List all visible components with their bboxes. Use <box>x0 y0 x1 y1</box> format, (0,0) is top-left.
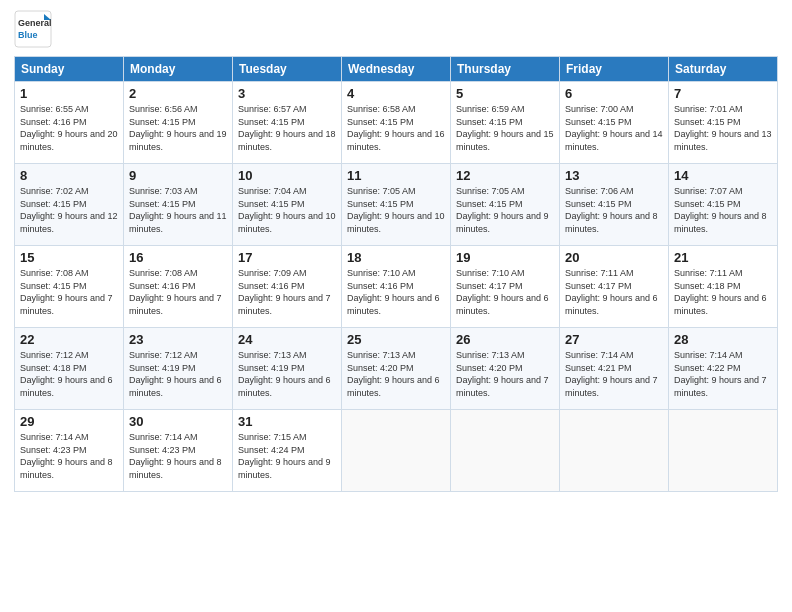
weekday-header-row: SundayMondayTuesdayWednesdayThursdayFrid… <box>15 57 778 82</box>
day-info: Sunrise: 7:14 AMSunset: 4:23 PMDaylight:… <box>20 431 118 481</box>
weekday-header-friday: Friday <box>560 57 669 82</box>
day-number: 2 <box>129 86 227 101</box>
day-info: Sunrise: 7:13 AMSunset: 4:20 PMDaylight:… <box>347 349 445 399</box>
page-container: General Blue SundayMondayTuesdayWednesda… <box>0 0 792 612</box>
calendar-cell: 25Sunrise: 7:13 AMSunset: 4:20 PMDayligh… <box>342 328 451 410</box>
day-info: Sunrise: 7:12 AMSunset: 4:19 PMDaylight:… <box>129 349 227 399</box>
day-info: Sunrise: 7:14 AMSunset: 4:22 PMDaylight:… <box>674 349 772 399</box>
day-number: 29 <box>20 414 118 429</box>
day-number: 14 <box>674 168 772 183</box>
day-info: Sunrise: 6:58 AMSunset: 4:15 PMDaylight:… <box>347 103 445 153</box>
day-number: 16 <box>129 250 227 265</box>
day-info: Sunrise: 7:14 AMSunset: 4:23 PMDaylight:… <box>129 431 227 481</box>
day-info: Sunrise: 6:55 AMSunset: 4:16 PMDaylight:… <box>20 103 118 153</box>
calendar-week-3: 15Sunrise: 7:08 AMSunset: 4:15 PMDayligh… <box>15 246 778 328</box>
day-info: Sunrise: 7:13 AMSunset: 4:20 PMDaylight:… <box>456 349 554 399</box>
day-info: Sunrise: 6:57 AMSunset: 4:15 PMDaylight:… <box>238 103 336 153</box>
day-info: Sunrise: 7:11 AMSunset: 4:17 PMDaylight:… <box>565 267 663 317</box>
day-number: 13 <box>565 168 663 183</box>
day-number: 1 <box>20 86 118 101</box>
day-info: Sunrise: 7:07 AMSunset: 4:15 PMDaylight:… <box>674 185 772 235</box>
calendar-cell: 26Sunrise: 7:13 AMSunset: 4:20 PMDayligh… <box>451 328 560 410</box>
calendar-cell: 13Sunrise: 7:06 AMSunset: 4:15 PMDayligh… <box>560 164 669 246</box>
day-number: 25 <box>347 332 445 347</box>
calendar-cell: 19Sunrise: 7:10 AMSunset: 4:17 PMDayligh… <box>451 246 560 328</box>
day-info: Sunrise: 7:10 AMSunset: 4:16 PMDaylight:… <box>347 267 445 317</box>
calendar-cell: 30Sunrise: 7:14 AMSunset: 4:23 PMDayligh… <box>124 410 233 492</box>
calendar-cell: 31Sunrise: 7:15 AMSunset: 4:24 PMDayligh… <box>233 410 342 492</box>
calendar-cell: 29Sunrise: 7:14 AMSunset: 4:23 PMDayligh… <box>15 410 124 492</box>
day-info: Sunrise: 7:08 AMSunset: 4:16 PMDaylight:… <box>129 267 227 317</box>
day-number: 5 <box>456 86 554 101</box>
day-number: 10 <box>238 168 336 183</box>
day-info: Sunrise: 7:15 AMSunset: 4:24 PMDaylight:… <box>238 431 336 481</box>
day-number: 4 <box>347 86 445 101</box>
day-info: Sunrise: 7:09 AMSunset: 4:16 PMDaylight:… <box>238 267 336 317</box>
calendar-cell: 15Sunrise: 7:08 AMSunset: 4:15 PMDayligh… <box>15 246 124 328</box>
calendar-cell: 10Sunrise: 7:04 AMSunset: 4:15 PMDayligh… <box>233 164 342 246</box>
day-info: Sunrise: 7:05 AMSunset: 4:15 PMDaylight:… <box>347 185 445 235</box>
day-number: 23 <box>129 332 227 347</box>
calendar-cell: 11Sunrise: 7:05 AMSunset: 4:15 PMDayligh… <box>342 164 451 246</box>
calendar-table: SundayMondayTuesdayWednesdayThursdayFrid… <box>14 56 778 492</box>
day-info: Sunrise: 7:02 AMSunset: 4:15 PMDaylight:… <box>20 185 118 235</box>
weekday-header-saturday: Saturday <box>669 57 778 82</box>
calendar-cell: 16Sunrise: 7:08 AMSunset: 4:16 PMDayligh… <box>124 246 233 328</box>
calendar-cell: 20Sunrise: 7:11 AMSunset: 4:17 PMDayligh… <box>560 246 669 328</box>
day-number: 18 <box>347 250 445 265</box>
day-number: 9 <box>129 168 227 183</box>
day-info: Sunrise: 7:10 AMSunset: 4:17 PMDaylight:… <box>456 267 554 317</box>
generalblue-logo: General Blue <box>14 10 104 48</box>
calendar-week-4: 22Sunrise: 7:12 AMSunset: 4:18 PMDayligh… <box>15 328 778 410</box>
day-number: 11 <box>347 168 445 183</box>
weekday-header-thursday: Thursday <box>451 57 560 82</box>
calendar-week-1: 1Sunrise: 6:55 AMSunset: 4:16 PMDaylight… <box>15 82 778 164</box>
calendar-cell: 24Sunrise: 7:13 AMSunset: 4:19 PMDayligh… <box>233 328 342 410</box>
calendar-cell <box>451 410 560 492</box>
calendar-cell: 21Sunrise: 7:11 AMSunset: 4:18 PMDayligh… <box>669 246 778 328</box>
day-number: 20 <box>565 250 663 265</box>
calendar-cell: 18Sunrise: 7:10 AMSunset: 4:16 PMDayligh… <box>342 246 451 328</box>
day-number: 6 <box>565 86 663 101</box>
calendar-cell: 5Sunrise: 6:59 AMSunset: 4:15 PMDaylight… <box>451 82 560 164</box>
weekday-header-wednesday: Wednesday <box>342 57 451 82</box>
day-info: Sunrise: 6:59 AMSunset: 4:15 PMDaylight:… <box>456 103 554 153</box>
day-number: 24 <box>238 332 336 347</box>
day-info: Sunrise: 7:04 AMSunset: 4:15 PMDaylight:… <box>238 185 336 235</box>
calendar-cell: 2Sunrise: 6:56 AMSunset: 4:15 PMDaylight… <box>124 82 233 164</box>
weekday-header-sunday: Sunday <box>15 57 124 82</box>
calendar-cell: 27Sunrise: 7:14 AMSunset: 4:21 PMDayligh… <box>560 328 669 410</box>
day-info: Sunrise: 7:03 AMSunset: 4:15 PMDaylight:… <box>129 185 227 235</box>
day-number: 28 <box>674 332 772 347</box>
day-number: 31 <box>238 414 336 429</box>
day-number: 22 <box>20 332 118 347</box>
calendar-cell <box>669 410 778 492</box>
calendar-cell: 4Sunrise: 6:58 AMSunset: 4:15 PMDaylight… <box>342 82 451 164</box>
day-info: Sunrise: 7:06 AMSunset: 4:15 PMDaylight:… <box>565 185 663 235</box>
calendar-week-5: 29Sunrise: 7:14 AMSunset: 4:23 PMDayligh… <box>15 410 778 492</box>
calendar-cell: 7Sunrise: 7:01 AMSunset: 4:15 PMDaylight… <box>669 82 778 164</box>
header: General Blue <box>14 10 778 48</box>
day-info: Sunrise: 7:08 AMSunset: 4:15 PMDaylight:… <box>20 267 118 317</box>
calendar-cell: 12Sunrise: 7:05 AMSunset: 4:15 PMDayligh… <box>451 164 560 246</box>
day-info: Sunrise: 7:05 AMSunset: 4:15 PMDaylight:… <box>456 185 554 235</box>
day-number: 27 <box>565 332 663 347</box>
day-info: Sunrise: 7:14 AMSunset: 4:21 PMDaylight:… <box>565 349 663 399</box>
calendar-cell: 8Sunrise: 7:02 AMSunset: 4:15 PMDaylight… <box>15 164 124 246</box>
logo: General Blue <box>14 10 104 48</box>
day-info: Sunrise: 7:13 AMSunset: 4:19 PMDaylight:… <box>238 349 336 399</box>
weekday-header-monday: Monday <box>124 57 233 82</box>
day-info: Sunrise: 7:01 AMSunset: 4:15 PMDaylight:… <box>674 103 772 153</box>
calendar-cell <box>560 410 669 492</box>
day-info: Sunrise: 7:12 AMSunset: 4:18 PMDaylight:… <box>20 349 118 399</box>
day-number: 7 <box>674 86 772 101</box>
calendar-cell: 17Sunrise: 7:09 AMSunset: 4:16 PMDayligh… <box>233 246 342 328</box>
calendar-cell: 1Sunrise: 6:55 AMSunset: 4:16 PMDaylight… <box>15 82 124 164</box>
calendar-cell: 14Sunrise: 7:07 AMSunset: 4:15 PMDayligh… <box>669 164 778 246</box>
calendar-cell: 6Sunrise: 7:00 AMSunset: 4:15 PMDaylight… <box>560 82 669 164</box>
day-number: 19 <box>456 250 554 265</box>
calendar-cell: 22Sunrise: 7:12 AMSunset: 4:18 PMDayligh… <box>15 328 124 410</box>
day-info: Sunrise: 6:56 AMSunset: 4:15 PMDaylight:… <box>129 103 227 153</box>
day-info: Sunrise: 7:11 AMSunset: 4:18 PMDaylight:… <box>674 267 772 317</box>
day-number: 21 <box>674 250 772 265</box>
